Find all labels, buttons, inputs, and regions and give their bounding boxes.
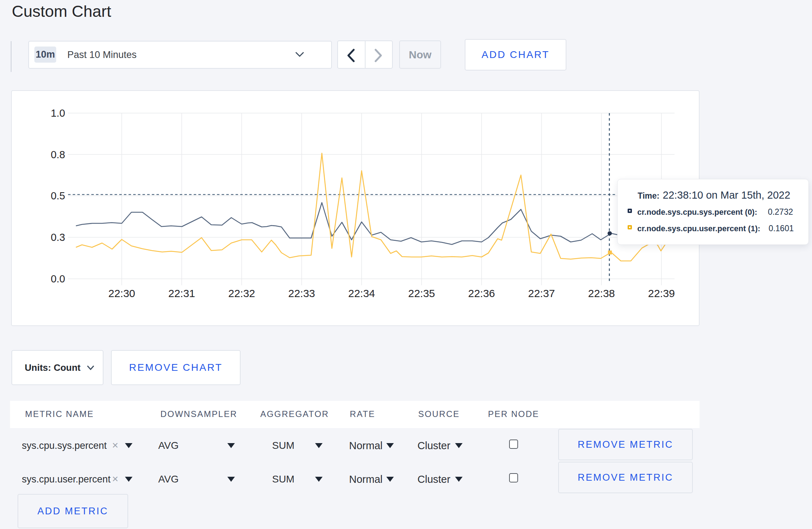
svg-text:0.0: 0.0 [51, 273, 65, 285]
svg-text:22:34: 22:34 [348, 287, 375, 299]
svg-text:1.0: 1.0 [51, 107, 65, 119]
svg-text:22:30: 22:30 [108, 287, 135, 299]
svg-text:0.8: 0.8 [51, 149, 65, 160]
svg-text:22:35: 22:35 [408, 287, 435, 299]
svg-text:22:33: 22:33 [288, 287, 315, 299]
svg-text:22:31: 22:31 [168, 287, 195, 299]
svg-text:22:38: 22:38 [588, 287, 615, 299]
svg-text:0.3: 0.3 [51, 232, 65, 243]
svg-text:0.5: 0.5 [51, 190, 65, 202]
svg-text:22:37: 22:37 [528, 287, 555, 299]
svg-text:22:32: 22:32 [228, 287, 255, 299]
svg-text:22:39: 22:39 [648, 287, 675, 299]
svg-text:22:36: 22:36 [468, 287, 495, 299]
